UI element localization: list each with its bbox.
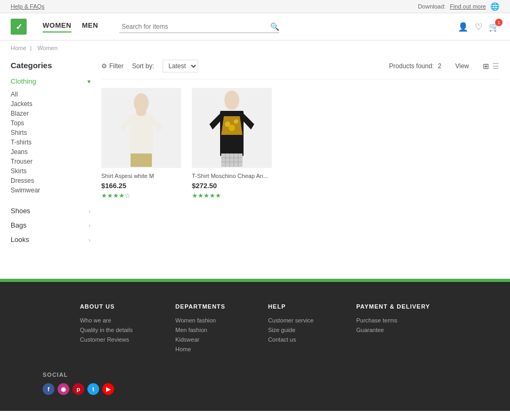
svg-point-20 [224, 91, 239, 110]
footer-customer-service[interactable]: Customer service [268, 317, 314, 324]
product-price-1: $166.25 [101, 182, 181, 190]
footer-grid: ABOUT US Who we are Quality in the detai… [11, 303, 499, 356]
subcategory-blazer[interactable]: Blazer [11, 109, 91, 118]
pinterest-icon[interactable]: p [72, 383, 84, 395]
cart-badge: 1 [495, 19, 503, 26]
product-stars-2: ★★★★★ [192, 192, 272, 199]
view-label: View [455, 62, 469, 70]
sidebar-item-bags[interactable]: Bags › [11, 218, 91, 232]
subcategory-tshirts[interactable]: T-shirts [11, 138, 91, 147]
twitter-icon[interactable]: t [87, 383, 99, 395]
clothing-label: Clothing [11, 77, 36, 85]
svg-rect-0 [129, 114, 153, 156]
bags-chevron-icon: › [88, 222, 91, 229]
shoes-label: Shoes [11, 207, 30, 215]
list-view-icon[interactable]: ☰ [492, 62, 499, 70]
filter-label: Filter [109, 62, 124, 70]
footer-purchase-terms[interactable]: Purchase terms [356, 317, 430, 324]
product-content: ⚙ Filter Sort by: Latest Products found:… [101, 55, 499, 247]
subcategory-skirts[interactable]: Skirts [11, 166, 91, 176]
subcategory-shirts[interactable]: Shirts [11, 128, 91, 138]
product-name-1: Shirt Aspesi white M [101, 172, 181, 180]
footer-quality[interactable]: Quality in the details [80, 327, 133, 333]
footer-who-we-are[interactable]: Who we are [80, 317, 133, 324]
main-container: Categories Clothing ▾ All Jackets Blazer… [0, 55, 510, 257]
subcategory-dresses[interactable]: Dresses [11, 176, 91, 185]
looks-label: Looks [11, 236, 29, 244]
footer-guarantee[interactable]: Guarantee [356, 327, 430, 333]
facebook-icon[interactable]: f [43, 383, 54, 395]
globe-icon: 🌐 [490, 2, 499, 11]
footer-contact[interactable]: Contact us [268, 336, 314, 343]
social-title: SOCIAL [43, 371, 499, 378]
footer: ABOUT US Who we are Quality in the detai… [0, 282, 510, 411]
header-icons: 👤 ♡ 🛒 1 [458, 22, 499, 32]
tshirt-illustration [205, 90, 258, 167]
find-out-more-link[interactable]: Find out more [450, 3, 486, 10]
product-image-2 [192, 88, 272, 168]
search-bar: 🔍 [119, 21, 279, 33]
clothing-subcategory-list: All Jackets Blazer Tops Shirts T-shirts … [11, 90, 91, 195]
product-card-1[interactable]: Shirt Aspesi white M $166.25 ★★★★☆ [101, 88, 181, 199]
footer-departments-list: Women fashion Men fashion Kidswear Home [175, 317, 225, 352]
user-icon[interactable]: 👤 [458, 22, 468, 32]
footer-payment: PAYMENT & DELIVERY Purchase terms Guaran… [356, 303, 430, 356]
top-bar: Help & FAQs Download: Find out more 🌐 [0, 0, 510, 13]
subcategory-jackets[interactable]: Jackets [11, 99, 91, 109]
shirt-illustration [115, 90, 168, 167]
footer-reviews[interactable]: Customer Reviews [80, 336, 133, 343]
svg-marker-3 [153, 116, 163, 132]
filter-bar: ⚙ Filter Sort by: Latest Products found:… [101, 55, 499, 79]
svg-marker-7 [209, 114, 220, 130]
breadcrumb: Home | Women [0, 41, 510, 55]
footer-women-fashion[interactable]: Women fashion [175, 317, 225, 324]
view-icons: ⊞ ☰ [483, 62, 499, 70]
breadcrumb-current: Women [37, 45, 58, 51]
footer-size-guide[interactable]: Size guide [268, 327, 314, 333]
cart-icon[interactable]: 🛒 1 [489, 22, 499, 32]
footer-kidswear[interactable]: Kidswear [175, 336, 225, 343]
filter-button[interactable]: ⚙ Filter [101, 62, 124, 70]
product-card-2[interactable]: T-Shirt Moschino Cheap An... $272.50 ★★★… [192, 88, 272, 199]
header: ✓ WOMEN MEN 🔍 👤 ♡ 🛒 1 [0, 13, 510, 41]
sidebar: Categories Clothing ▾ All Jackets Blazer… [11, 55, 101, 247]
filter-icon: ⚙ [101, 62, 107, 70]
subcategory-jeans[interactable]: Jeans [11, 147, 91, 157]
top-bar-right: Download: Find out more 🌐 [418, 2, 499, 11]
sidebar-item-shoes[interactable]: Shoes › [11, 204, 91, 218]
search-input[interactable] [119, 21, 270, 33]
sidebar-item-looks[interactable]: Looks › [11, 232, 91, 247]
products-found: Products found: 2 [389, 62, 441, 70]
breadcrumb-home[interactable]: Home [11, 45, 26, 51]
youtube-icon[interactable]: ▶ [102, 383, 114, 395]
bags-label: Bags [11, 221, 27, 229]
subcategory-swimwear[interactable]: Swimwear [11, 185, 91, 195]
subcategory-trouser[interactable]: Trouser [11, 157, 91, 166]
subcategory-all[interactable]: All [11, 90, 91, 99]
svg-marker-2 [120, 116, 129, 132]
footer-about: ABOUT US Who we are Quality in the detai… [80, 303, 133, 356]
svg-marker-8 [244, 114, 254, 130]
wishlist-icon[interactable]: ♡ [475, 22, 482, 32]
footer-men-fashion[interactable]: Men fashion [175, 327, 225, 333]
footer-help: HELP Customer service Size guide Contact… [268, 303, 314, 356]
product-grid: Shirt Aspesi white M $166.25 ★★★★☆ [101, 88, 499, 199]
logo[interactable]: ✓ [11, 19, 27, 35]
sort-label: Sort by: [132, 62, 154, 70]
grid-view-icon[interactable]: ⊞ [483, 62, 489, 70]
nav-item-men[interactable]: MEN [82, 21, 98, 33]
help-faqs-link[interactable]: Help & FAQs [11, 3, 45, 10]
download-label: Download: [418, 3, 446, 10]
subcategory-tops[interactable]: Tops [11, 118, 91, 128]
product-name-2: T-Shirt Moschino Cheap An... [192, 172, 272, 180]
instagram-icon[interactable]: ◉ [58, 383, 69, 395]
breadcrumb-separator: | [30, 45, 31, 51]
sort-select[interactable]: Latest [163, 60, 198, 72]
search-button[interactable]: 🔍 [270, 22, 279, 31]
main-nav: WOMEN MEN [43, 21, 98, 33]
clothing-chevron-icon: ▾ [87, 78, 91, 85]
nav-item-women[interactable]: WOMEN [43, 21, 71, 33]
footer-home[interactable]: Home [175, 346, 225, 352]
clothing-category-header[interactable]: Clothing ▾ [11, 77, 91, 85]
products-found-count: 2 [438, 62, 442, 70]
